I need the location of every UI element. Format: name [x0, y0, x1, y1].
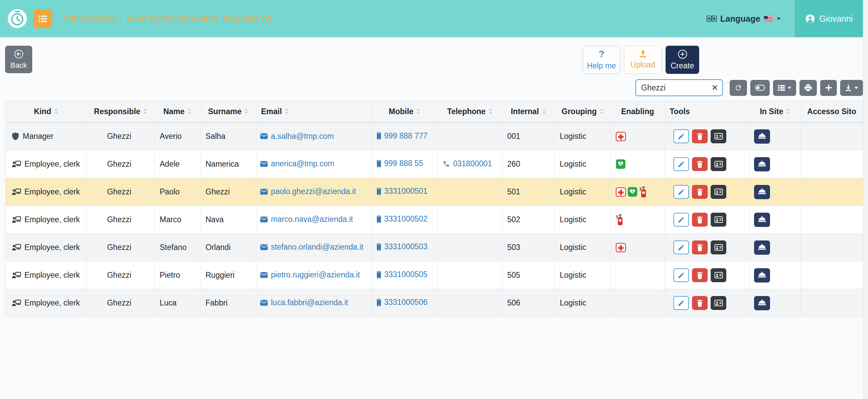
- upload-icon: [639, 50, 647, 58]
- delete-button[interactable]: [692, 129, 708, 143]
- column-header-mobile[interactable]: Mobile: [372, 101, 438, 123]
- columns-dropdown-button[interactable]: [773, 80, 796, 96]
- delete-button[interactable]: [692, 185, 708, 199]
- tools-group: [673, 185, 747, 199]
- language-menu[interactable]: AB Language: [707, 14, 781, 24]
- tools-cell: [665, 150, 750, 178]
- table-row[interactable]: Employee, clerkGhezziStefanoOrlandistefa…: [5, 234, 863, 261]
- edit-button[interactable]: [673, 213, 689, 227]
- svg-text:B: B: [713, 17, 716, 21]
- column-header-responsible[interactable]: Responsible: [87, 101, 155, 123]
- list-menu-button[interactable]: [33, 9, 52, 28]
- table-row[interactable]: Employee, clerkGhezziMarcoNavamarco.nava…: [5, 206, 863, 234]
- responsible-cell: Ghezzi: [87, 234, 155, 261]
- in-site-button[interactable]: [754, 268, 770, 282]
- refresh-button[interactable]: [730, 80, 747, 96]
- name-cell: Pietro: [155, 261, 200, 289]
- in-site-button[interactable]: [754, 296, 770, 310]
- delete-button[interactable]: [692, 268, 708, 282]
- column-header-name[interactable]: Name: [155, 101, 200, 123]
- table-row[interactable]: ManagerGhezziAverioSalhaa.salha@tmp.com9…: [5, 123, 863, 150]
- mobile-link[interactable]: 3331000501: [377, 187, 428, 196]
- table-row[interactable]: Employee, clerkGhezziLucaFabbriluca.fabb…: [5, 289, 863, 317]
- edit-button[interactable]: [673, 157, 689, 171]
- column-header-surname[interactable]: Surname: [200, 101, 256, 123]
- in-site-button[interactable]: [754, 213, 770, 227]
- in-site-button[interactable]: [754, 185, 770, 199]
- upload-button[interactable]: Upload: [624, 46, 662, 74]
- vcard-button[interactable]: [711, 157, 726, 171]
- email-link[interactable]: marco.nava@azienda.it: [260, 215, 353, 224]
- in-site-button[interactable]: [754, 157, 770, 171]
- user-menu[interactable]: Giovanni: [795, 0, 868, 37]
- email-link[interactable]: luca.fabbri@azienda.it: [260, 298, 348, 307]
- email-link[interactable]: stefano.orlandi@azienda.it: [260, 243, 363, 252]
- sort-icon: [786, 107, 790, 116]
- enabling-cell: [611, 261, 665, 289]
- toggle-view-button[interactable]: [750, 80, 770, 96]
- create-button[interactable]: Create: [666, 46, 699, 74]
- mobile-link[interactable]: 3331000503: [377, 242, 428, 251]
- kind-label: Employee, clerk: [24, 243, 80, 252]
- in-site-button[interactable]: [754, 240, 770, 255]
- print-button[interactable]: [800, 80, 817, 96]
- column-header-tools: Tools: [665, 101, 750, 123]
- envelope-icon: [260, 216, 268, 223]
- vcard-button[interactable]: [711, 213, 726, 227]
- email-link[interactable]: anerica@tmp.com: [260, 159, 334, 168]
- internal-cell: 503: [502, 234, 555, 261]
- pencil-icon: [677, 161, 685, 168]
- delete-button[interactable]: [692, 296, 708, 310]
- toggle-icon: [755, 85, 765, 91]
- edit-button[interactable]: [673, 240, 689, 254]
- delete-button[interactable]: [692, 213, 708, 227]
- column-header-telephone[interactable]: Telephone: [438, 101, 502, 123]
- vcard-button[interactable]: [711, 296, 726, 310]
- email-link[interactable]: a.salha@tmp.com: [260, 132, 334, 141]
- vcard-button[interactable]: [711, 129, 726, 143]
- responsible-cell: Ghezzi: [87, 150, 155, 178]
- edit-button[interactable]: [673, 185, 689, 199]
- employee-desk-icon: [12, 216, 21, 224]
- action-bar: Back ? Help me Upload Create: [0, 37, 868, 74]
- edit-button[interactable]: [673, 129, 689, 143]
- back-button[interactable]: Back: [5, 46, 32, 73]
- app-logo-icon[interactable]: [7, 9, 27, 28]
- in-site-button[interactable]: [754, 129, 770, 144]
- mobile-link[interactable]: 999 888 55: [377, 159, 423, 168]
- edit-button[interactable]: [673, 296, 689, 310]
- mobile-link[interactable]: 3331000502: [377, 214, 428, 224]
- vcard-button[interactable]: [711, 185, 726, 199]
- email-link[interactable]: pietro.ruggieri@azienda.it: [260, 270, 360, 279]
- mobile-link[interactable]: 999 888 777: [377, 131, 428, 141]
- edit-button[interactable]: [673, 268, 689, 282]
- delete-button[interactable]: [692, 240, 708, 254]
- column-header-grouping[interactable]: Grouping: [555, 101, 611, 123]
- table-row[interactable]: Employee, clerkGhezziAdeleNamericaaneric…: [5, 150, 863, 178]
- export-dropdown-button[interactable]: [840, 80, 863, 96]
- defibrillator-icon: [616, 159, 626, 169]
- employee-desk-icon: [12, 161, 21, 168]
- column-header-kind[interactable]: Kind: [5, 101, 87, 123]
- column-header-in-site[interactable]: In Site: [750, 101, 801, 123]
- delete-button[interactable]: [692, 157, 708, 171]
- column-header-email[interactable]: Email: [256, 101, 372, 123]
- telephone-link[interactable]: 031800001: [443, 159, 492, 168]
- mobile-text: 3331000501: [384, 187, 428, 196]
- scrollbar[interactable]: [863, 0, 868, 399]
- vcard-button[interactable]: [711, 240, 726, 254]
- mobile-link[interactable]: 3331000505: [377, 270, 428, 279]
- column-header-internal[interactable]: Internal: [502, 101, 555, 123]
- telephone-cell: 031800001: [438, 150, 502, 178]
- email-link[interactable]: paolo.ghezzi@azienda.it: [260, 187, 356, 196]
- mobile-cell: 3331000501: [372, 178, 438, 206]
- help-button[interactable]: ? Help me: [583, 46, 620, 74]
- clear-search-button[interactable]: ✕: [709, 82, 721, 94]
- sort-icon: [285, 107, 289, 116]
- table-row[interactable]: Employee, clerkGhezziPietroRuggieripietr…: [5, 261, 863, 289]
- vcard-button[interactable]: [711, 268, 726, 282]
- email-cell: a.salha@tmp.com: [256, 123, 372, 150]
- table-row[interactable]: Employee, clerkGhezziPaoloGhezzipaolo.gh…: [5, 178, 863, 206]
- add-button[interactable]: [820, 80, 837, 96]
- mobile-link[interactable]: 3331000506: [377, 298, 428, 307]
